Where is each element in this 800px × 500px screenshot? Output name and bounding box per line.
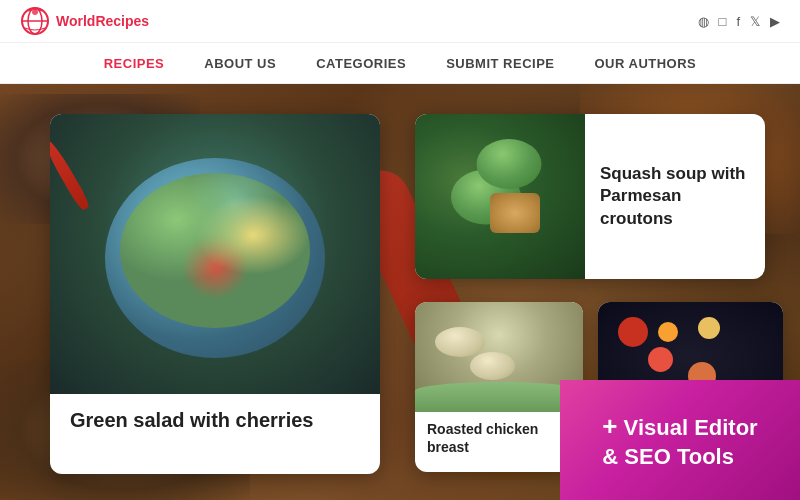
salad-bowl bbox=[105, 158, 325, 358]
promo-line2: & SEO Tools bbox=[602, 443, 757, 471]
croutons bbox=[490, 193, 540, 233]
card-bot-left-title: Roasted chicken breast bbox=[415, 412, 583, 464]
cards-area: Green salad with cherries Squash soup wi… bbox=[0, 84, 800, 500]
card-main-title: Green salad with cherries bbox=[50, 394, 380, 447]
header: WorldRecipes ◍ □ f 𝕏 ▶ bbox=[0, 0, 800, 42]
chili-decoration bbox=[50, 136, 91, 211]
lettuce-bed bbox=[415, 382, 583, 412]
card-main-image bbox=[50, 114, 380, 394]
card-bot-left-image bbox=[415, 302, 583, 412]
instagram-icon[interactable]: □ bbox=[719, 14, 727, 29]
facebook-icon[interactable]: f bbox=[736, 14, 740, 29]
card-top-right[interactable]: Squash soup with Parmesan croutons bbox=[415, 114, 765, 279]
twitter-icon[interactable]: 𝕏 bbox=[750, 14, 760, 29]
sushi-piece-2 bbox=[648, 347, 673, 372]
card-main[interactable]: Green salad with cherries bbox=[50, 114, 380, 474]
sushi-piece-5 bbox=[698, 317, 720, 339]
navigation: RECIPES ABOUT US CATEGORIES SUBMIT RECIP… bbox=[0, 42, 800, 84]
sushi-piece-1 bbox=[618, 317, 648, 347]
pinterest-icon[interactable]: ◍ bbox=[698, 14, 709, 29]
salad-contents bbox=[120, 173, 310, 328]
nav-item-categories[interactable]: CATEGORIES bbox=[316, 56, 406, 71]
nav-item-about[interactable]: ABOUT US bbox=[204, 56, 276, 71]
soup-bowl-2 bbox=[476, 139, 541, 189]
youtube-icon[interactable]: ▶ bbox=[770, 14, 780, 29]
nav-item-recipes[interactable]: RECIPES bbox=[104, 56, 165, 71]
promo-line1: + Visual Editor bbox=[602, 410, 757, 443]
card-top-right-text: Squash soup with Parmesan croutons bbox=[585, 114, 765, 279]
promo-text: + Visual Editor & SEO Tools bbox=[602, 410, 757, 470]
logo-icon bbox=[20, 6, 50, 36]
promo-banner[interactable]: + Visual Editor & SEO Tools bbox=[560, 380, 800, 500]
svg-point-3 bbox=[32, 9, 38, 15]
nav-item-authors[interactable]: OUR AUTHORS bbox=[595, 56, 697, 71]
dumpling-2 bbox=[470, 352, 515, 380]
dumpling-1 bbox=[435, 327, 485, 357]
sushi-piece-3 bbox=[658, 322, 678, 342]
card-bot-left[interactable]: Roasted chicken breast bbox=[415, 302, 583, 472]
nav-item-submit[interactable]: SUBMIT RECIPE bbox=[446, 56, 554, 71]
card-top-right-title: Squash soup with Parmesan croutons bbox=[600, 163, 750, 229]
social-icons: ◍ □ f 𝕏 ▶ bbox=[698, 14, 780, 29]
card-top-right-image bbox=[415, 114, 585, 279]
logo-text: WorldRecipes bbox=[56, 13, 149, 29]
logo[interactable]: WorldRecipes bbox=[20, 6, 149, 36]
